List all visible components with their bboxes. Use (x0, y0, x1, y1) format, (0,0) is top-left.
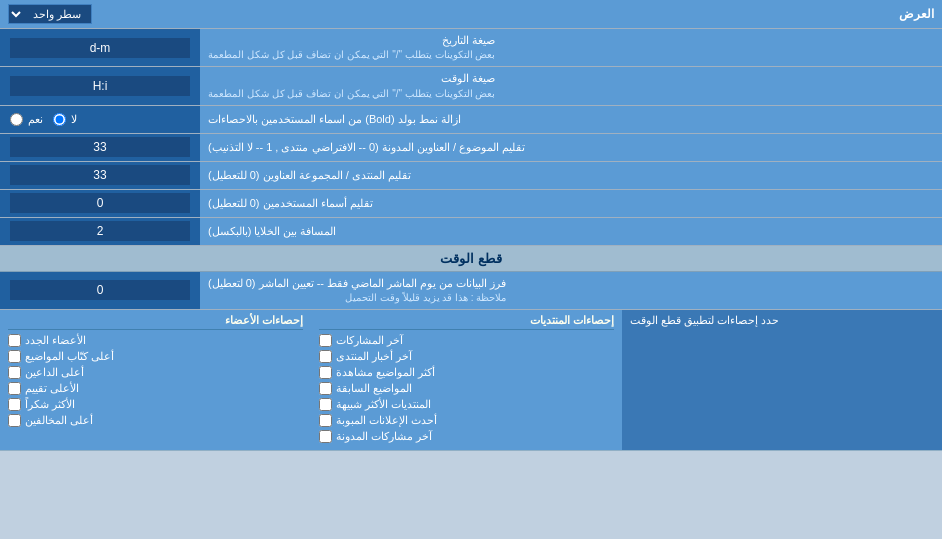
freeze-section-header: قطع الوقت (0, 246, 942, 272)
checkbox-last-posts: آخر المشاركات (319, 334, 614, 347)
cell-spacing-input[interactable] (10, 221, 190, 241)
forum-order-input-container (0, 162, 200, 189)
checkbox-top-posters2: أعلى الداعين (8, 366, 303, 379)
forum-order-label: تقليم المنتدى / المجموعة العناوين (0 للت… (200, 162, 942, 189)
col1: إحصاءات المنتديات آخر المشاركات آخر أخبا… (311, 310, 622, 450)
checkbox-top-moderators-input[interactable] (8, 414, 21, 427)
main-container: العرض سطر واحدسطرانثلاثة أسطر صيغة التار… (0, 0, 942, 451)
user-trim-input[interactable] (10, 193, 190, 213)
freeze-data-row: فرز البيانات من يوم الماشر الماضي فقط --… (0, 272, 942, 310)
checkbox-similar-forums-input[interactable] (319, 398, 332, 411)
cell-spacing-label: المسافة بين الخلايا (بالبكسل) (200, 218, 942, 245)
date-format-input-container (0, 29, 200, 66)
bold-yes-radio[interactable] (10, 113, 23, 126)
freeze-data-input-container (0, 272, 200, 309)
col1-header: إحصاءات المنتديات (319, 314, 614, 330)
checkbox-new-members-input[interactable] (8, 334, 21, 347)
bold-no-radio[interactable] (53, 113, 66, 126)
user-trim-row: تقليم أسماء المستخدمين (0 للتعطيل) (0, 190, 942, 218)
date-format-label: صيغة التاريخ بعض التكوينات يتطلب "/" الت… (200, 29, 942, 66)
rows-dropdown[interactable]: سطر واحدسطرانثلاثة أسطر (8, 4, 92, 24)
checkbox-similar-forums: المنتديات الأكثر شبيهة (319, 398, 614, 411)
user-trim-label: تقليم أسماء المستخدمين (0 للتعطيل) (200, 190, 942, 217)
checkbox-most-viewed: أكثر المواضيع مشاهدة (319, 366, 614, 379)
freeze-data-label: فرز البيانات من يوم الماشر الماضي فقط --… (200, 272, 942, 309)
checkbox-last-posts-input[interactable] (319, 334, 332, 347)
time-format-input[interactable] (10, 76, 190, 96)
checkbox-old-topics: المواضيع السابقة (319, 382, 614, 395)
freeze-data-input[interactable] (10, 280, 190, 300)
checkbox-last-noted-input[interactable] (319, 430, 332, 443)
checkbox-top-posters2-input[interactable] (8, 366, 21, 379)
checkbox-recent-ads: أحدث الإعلانات المبوبة (319, 414, 614, 427)
topic-order-label: تقليم الموضوع / العناوين المدونة (0 -- ا… (200, 134, 942, 161)
checkbox-most-thanks-input[interactable] (8, 398, 21, 411)
bold-no-label: لا (51, 113, 77, 126)
date-format-input[interactable] (10, 38, 190, 58)
bold-yes-label: نعم (8, 113, 43, 126)
checkbox-top-raters-input[interactable] (8, 382, 21, 395)
checkboxes-columns: إحصاءات المنتديات آخر المشاركات آخر أخبا… (0, 310, 622, 450)
bold-remove-row: ازالة نمط بولد (Bold) من اسماء المستخدمي… (0, 106, 942, 134)
bold-remove-radios: لا نعم (0, 106, 200, 133)
col2: إحصاءات الأعضاء الأعضاء الجدد أعلى كتّاب… (0, 310, 311, 450)
date-format-row: صيغة التاريخ بعض التكوينات يتطلب "/" الت… (0, 29, 942, 67)
time-format-row: صيغة الوقت بعض التكوينات يتطلب "/" التي … (0, 67, 942, 105)
checkbox-forum-news-input[interactable] (319, 350, 332, 363)
checkbox-top-moderators: أعلى المخالفين (8, 414, 303, 427)
checkbox-most-viewed-input[interactable] (319, 366, 332, 379)
checkbox-section: حدد إحصاءات لتطبيق قطع الوقت إحصاءات الم… (0, 310, 942, 451)
display-section-label: العرض (899, 7, 934, 21)
checkbox-top-posters: أعلى كتّاب المواضيع (8, 350, 303, 363)
cell-spacing-row: المسافة بين الخلايا (بالبكسل) (0, 218, 942, 246)
time-format-input-container (0, 67, 200, 104)
bold-remove-label: ازالة نمط بولد (Bold) من اسماء المستخدمي… (200, 106, 942, 133)
checkbox-most-thanks: الأكثر شكراً (8, 398, 303, 411)
checkbox-top-raters: الأعلى تقييم (8, 382, 303, 395)
top-row: العرض سطر واحدسطرانثلاثة أسطر (0, 0, 942, 29)
topic-order-input-container (0, 134, 200, 161)
user-trim-input-container (0, 190, 200, 217)
topic-order-input[interactable] (10, 137, 190, 157)
col2-header: إحصاءات الأعضاء (8, 314, 303, 330)
checkbox-new-members: الأعضاء الجدد (8, 334, 303, 347)
time-format-label: صيغة الوقت بعض التكوينات يتطلب "/" التي … (200, 67, 942, 104)
checkbox-recent-ads-input[interactable] (319, 414, 332, 427)
forum-order-row: تقليم المنتدى / المجموعة العناوين (0 للت… (0, 162, 942, 190)
checkbox-top-posters-input[interactable] (8, 350, 21, 363)
forum-order-input[interactable] (10, 165, 190, 185)
checkboxes-grid: إحصاءات المنتديات آخر المشاركات آخر أخبا… (0, 310, 622, 450)
cell-spacing-input-container (0, 218, 200, 245)
apply-label: حدد إحصاءات لتطبيق قطع الوقت (622, 310, 942, 450)
checkbox-last-noted: آخر مشاركات المدونة (319, 430, 614, 443)
topic-order-row: تقليم الموضوع / العناوين المدونة (0 -- ا… (0, 134, 942, 162)
checkbox-forum-news: آخر أخبار المنتدى (319, 350, 614, 363)
checkbox-old-topics-input[interactable] (319, 382, 332, 395)
